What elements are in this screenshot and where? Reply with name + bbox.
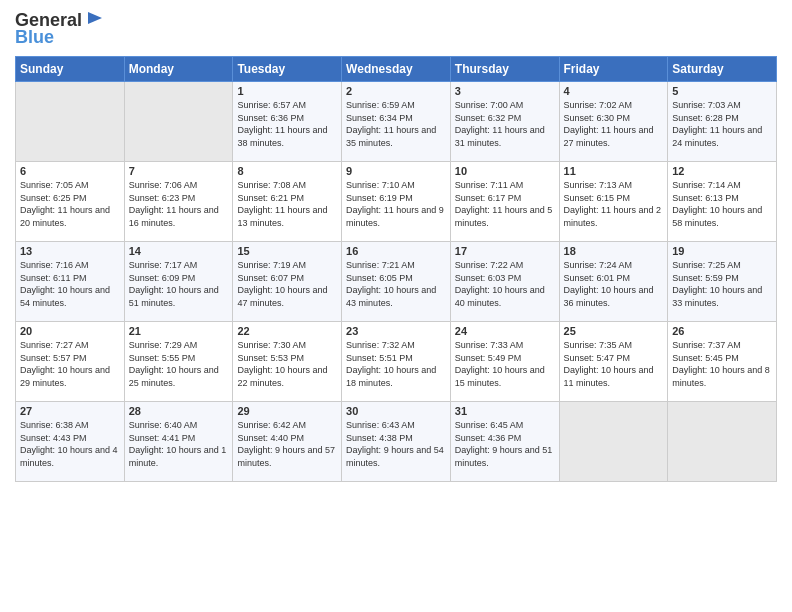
calendar-cell: 13Sunrise: 7:16 AMSunset: 6:11 PMDayligh… xyxy=(16,242,125,322)
calendar-week-4: 20Sunrise: 7:27 AMSunset: 5:57 PMDayligh… xyxy=(16,322,777,402)
calendar-cell: 20Sunrise: 7:27 AMSunset: 5:57 PMDayligh… xyxy=(16,322,125,402)
day-info: Sunrise: 7:10 AMSunset: 6:19 PMDaylight:… xyxy=(346,179,446,229)
day-number: 5 xyxy=(672,85,772,97)
calendar-cell: 10Sunrise: 7:11 AMSunset: 6:17 PMDayligh… xyxy=(450,162,559,242)
calendar-cell: 3Sunrise: 7:00 AMSunset: 6:32 PMDaylight… xyxy=(450,82,559,162)
logo-flag-icon xyxy=(84,8,106,30)
calendar-cell xyxy=(16,82,125,162)
day-info: Sunrise: 7:19 AMSunset: 6:07 PMDaylight:… xyxy=(237,259,337,309)
logo-blue-text: Blue xyxy=(15,27,54,48)
calendar-cell: 11Sunrise: 7:13 AMSunset: 6:15 PMDayligh… xyxy=(559,162,668,242)
calendar-cell: 24Sunrise: 7:33 AMSunset: 5:49 PMDayligh… xyxy=(450,322,559,402)
calendar-cell: 18Sunrise: 7:24 AMSunset: 6:01 PMDayligh… xyxy=(559,242,668,322)
day-number: 6 xyxy=(20,165,120,177)
day-number: 14 xyxy=(129,245,229,257)
calendar-week-1: 1Sunrise: 6:57 AMSunset: 6:36 PMDaylight… xyxy=(16,82,777,162)
day-number: 21 xyxy=(129,325,229,337)
header: General Blue xyxy=(15,10,777,48)
day-info: Sunrise: 7:14 AMSunset: 6:13 PMDaylight:… xyxy=(672,179,772,229)
day-info: Sunrise: 7:13 AMSunset: 6:15 PMDaylight:… xyxy=(564,179,664,229)
day-number: 2 xyxy=(346,85,446,97)
calendar-cell: 1Sunrise: 6:57 AMSunset: 6:36 PMDaylight… xyxy=(233,82,342,162)
calendar-cell: 6Sunrise: 7:05 AMSunset: 6:25 PMDaylight… xyxy=(16,162,125,242)
calendar-cell: 9Sunrise: 7:10 AMSunset: 6:19 PMDaylight… xyxy=(342,162,451,242)
calendar-table: SundayMondayTuesdayWednesdayThursdayFrid… xyxy=(15,56,777,482)
weekday-header-monday: Monday xyxy=(124,57,233,82)
calendar-cell: 19Sunrise: 7:25 AMSunset: 5:59 PMDayligh… xyxy=(668,242,777,322)
day-number: 22 xyxy=(237,325,337,337)
calendar-cell: 28Sunrise: 6:40 AMSunset: 4:41 PMDayligh… xyxy=(124,402,233,482)
day-number: 28 xyxy=(129,405,229,417)
svg-marker-0 xyxy=(88,12,102,24)
day-number: 9 xyxy=(346,165,446,177)
day-info: Sunrise: 6:43 AMSunset: 4:38 PMDaylight:… xyxy=(346,419,446,469)
calendar-cell: 2Sunrise: 6:59 AMSunset: 6:34 PMDaylight… xyxy=(342,82,451,162)
day-number: 8 xyxy=(237,165,337,177)
calendar-cell: 26Sunrise: 7:37 AMSunset: 5:45 PMDayligh… xyxy=(668,322,777,402)
day-number: 20 xyxy=(20,325,120,337)
day-number: 26 xyxy=(672,325,772,337)
day-number: 7 xyxy=(129,165,229,177)
day-info: Sunrise: 6:59 AMSunset: 6:34 PMDaylight:… xyxy=(346,99,446,149)
day-info: Sunrise: 7:35 AMSunset: 5:47 PMDaylight:… xyxy=(564,339,664,389)
day-info: Sunrise: 6:38 AMSunset: 4:43 PMDaylight:… xyxy=(20,419,120,469)
day-info: Sunrise: 7:16 AMSunset: 6:11 PMDaylight:… xyxy=(20,259,120,309)
calendar-cell: 16Sunrise: 7:21 AMSunset: 6:05 PMDayligh… xyxy=(342,242,451,322)
weekday-header-wednesday: Wednesday xyxy=(342,57,451,82)
day-number: 11 xyxy=(564,165,664,177)
day-info: Sunrise: 7:06 AMSunset: 6:23 PMDaylight:… xyxy=(129,179,229,229)
calendar-cell: 12Sunrise: 7:14 AMSunset: 6:13 PMDayligh… xyxy=(668,162,777,242)
day-number: 16 xyxy=(346,245,446,257)
day-info: Sunrise: 7:21 AMSunset: 6:05 PMDaylight:… xyxy=(346,259,446,309)
day-number: 10 xyxy=(455,165,555,177)
calendar-cell: 27Sunrise: 6:38 AMSunset: 4:43 PMDayligh… xyxy=(16,402,125,482)
day-number: 31 xyxy=(455,405,555,417)
calendar-cell: 17Sunrise: 7:22 AMSunset: 6:03 PMDayligh… xyxy=(450,242,559,322)
day-info: Sunrise: 7:30 AMSunset: 5:53 PMDaylight:… xyxy=(237,339,337,389)
day-info: Sunrise: 7:05 AMSunset: 6:25 PMDaylight:… xyxy=(20,179,120,229)
calendar-cell: 7Sunrise: 7:06 AMSunset: 6:23 PMDaylight… xyxy=(124,162,233,242)
calendar-cell: 21Sunrise: 7:29 AMSunset: 5:55 PMDayligh… xyxy=(124,322,233,402)
weekday-header-sunday: Sunday xyxy=(16,57,125,82)
day-info: Sunrise: 7:22 AMSunset: 6:03 PMDaylight:… xyxy=(455,259,555,309)
day-number: 12 xyxy=(672,165,772,177)
calendar-cell: 25Sunrise: 7:35 AMSunset: 5:47 PMDayligh… xyxy=(559,322,668,402)
day-info: Sunrise: 7:17 AMSunset: 6:09 PMDaylight:… xyxy=(129,259,229,309)
day-number: 4 xyxy=(564,85,664,97)
calendar-header: SundayMondayTuesdayWednesdayThursdayFrid… xyxy=(16,57,777,82)
calendar-cell: 22Sunrise: 7:30 AMSunset: 5:53 PMDayligh… xyxy=(233,322,342,402)
calendar-cell: 15Sunrise: 7:19 AMSunset: 6:07 PMDayligh… xyxy=(233,242,342,322)
calendar-cell xyxy=(124,82,233,162)
day-number: 25 xyxy=(564,325,664,337)
day-number: 27 xyxy=(20,405,120,417)
day-number: 24 xyxy=(455,325,555,337)
day-info: Sunrise: 7:32 AMSunset: 5:51 PMDaylight:… xyxy=(346,339,446,389)
day-info: Sunrise: 7:24 AMSunset: 6:01 PMDaylight:… xyxy=(564,259,664,309)
calendar-body: 1Sunrise: 6:57 AMSunset: 6:36 PMDaylight… xyxy=(16,82,777,482)
day-number: 3 xyxy=(455,85,555,97)
calendar-cell: 5Sunrise: 7:03 AMSunset: 6:28 PMDaylight… xyxy=(668,82,777,162)
calendar-cell: 8Sunrise: 7:08 AMSunset: 6:21 PMDaylight… xyxy=(233,162,342,242)
day-info: Sunrise: 7:00 AMSunset: 6:32 PMDaylight:… xyxy=(455,99,555,149)
day-number: 17 xyxy=(455,245,555,257)
day-info: Sunrise: 7:27 AMSunset: 5:57 PMDaylight:… xyxy=(20,339,120,389)
day-info: Sunrise: 7:29 AMSunset: 5:55 PMDaylight:… xyxy=(129,339,229,389)
day-info: Sunrise: 6:57 AMSunset: 6:36 PMDaylight:… xyxy=(237,99,337,149)
calendar-cell: 23Sunrise: 7:32 AMSunset: 5:51 PMDayligh… xyxy=(342,322,451,402)
weekday-header-saturday: Saturday xyxy=(668,57,777,82)
weekday-row: SundayMondayTuesdayWednesdayThursdayFrid… xyxy=(16,57,777,82)
day-info: Sunrise: 6:45 AMSunset: 4:36 PMDaylight:… xyxy=(455,419,555,469)
calendar-cell: 4Sunrise: 7:02 AMSunset: 6:30 PMDaylight… xyxy=(559,82,668,162)
day-info: Sunrise: 7:02 AMSunset: 6:30 PMDaylight:… xyxy=(564,99,664,149)
day-number: 18 xyxy=(564,245,664,257)
day-number: 29 xyxy=(237,405,337,417)
calendar-week-2: 6Sunrise: 7:05 AMSunset: 6:25 PMDaylight… xyxy=(16,162,777,242)
day-info: Sunrise: 7:03 AMSunset: 6:28 PMDaylight:… xyxy=(672,99,772,149)
calendar-cell xyxy=(668,402,777,482)
weekday-header-thursday: Thursday xyxy=(450,57,559,82)
day-info: Sunrise: 7:11 AMSunset: 6:17 PMDaylight:… xyxy=(455,179,555,229)
day-info: Sunrise: 7:08 AMSunset: 6:21 PMDaylight:… xyxy=(237,179,337,229)
day-number: 23 xyxy=(346,325,446,337)
day-number: 13 xyxy=(20,245,120,257)
calendar-week-5: 27Sunrise: 6:38 AMSunset: 4:43 PMDayligh… xyxy=(16,402,777,482)
